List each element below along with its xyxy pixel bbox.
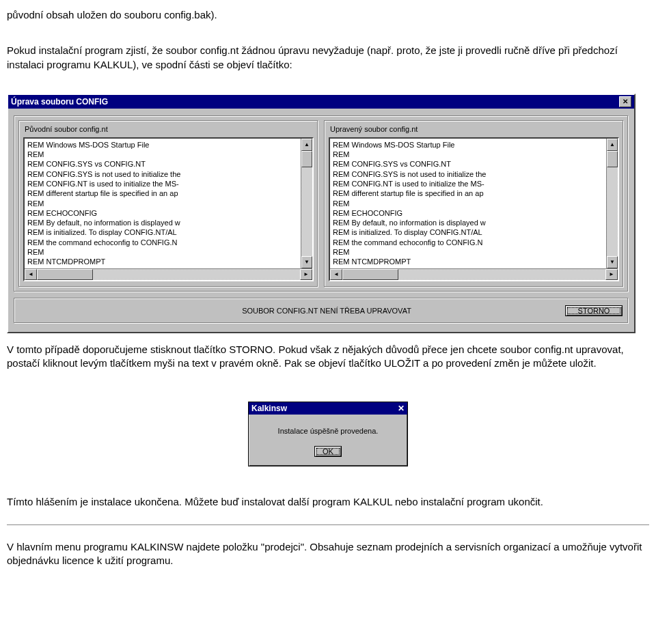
scroll-up-icon[interactable]: ▲ <box>301 139 312 151</box>
scroll-up-icon[interactable]: ▲ <box>607 139 618 151</box>
scroll-right-icon[interactable]: ► <box>605 269 618 280</box>
scroll-thumb[interactable] <box>342 269 398 280</box>
list-line: REM is initialized. To display CONFIG.NT… <box>333 227 605 237</box>
scroll-left-icon[interactable]: ◄ <box>330 269 342 280</box>
horizontal-scrollbar[interactable]: ◄ ► <box>330 268 618 280</box>
columns-group: Původní soubor config.nt REM Windows MS-… <box>14 115 629 292</box>
list-line: REM CONFIG.SYS is not used to initialize… <box>333 169 605 179</box>
list-line: REM CONFIG.NT is used to initialize the … <box>27 179 299 188</box>
list-line: REM By default, no information is displa… <box>27 218 299 227</box>
messagebox-text: Instalace úspěšně provedena. <box>249 415 407 445</box>
list-line: REM CONFIG.NT is used to initialize the … <box>333 179 605 188</box>
list-line: REM is initialized. To display CONFIG.NT… <box>27 227 299 237</box>
close-icon[interactable]: ✕ <box>619 96 631 107</box>
list-line: REM <box>333 150 605 159</box>
scroll-down-icon[interactable]: ▼ <box>607 256 618 268</box>
scroll-track[interactable] <box>398 269 605 280</box>
scroll-track[interactable] <box>93 269 300 280</box>
scroll-left-icon[interactable]: ◄ <box>25 269 37 280</box>
list-line: REM <box>333 199 605 208</box>
left-column-label: Původní soubor config.nt <box>25 125 314 133</box>
list-line: REM different startup file is specified … <box>27 188 299 198</box>
right-listbox[interactable]: REM Windows MS-DOS Startup FileREMREM CO… <box>329 137 619 281</box>
window-title: Úprava souboru CONFIG <box>11 97 108 107</box>
scroll-thumb[interactable] <box>607 151 618 167</box>
list-line: REM When vou return to the command prom <box>333 267 605 268</box>
paragraph: V hlavním menu programu KALKINSW najdete… <box>7 540 649 568</box>
list-line: REM Windows MS-DOS Startup File <box>333 140 605 150</box>
scroll-track[interactable] <box>301 167 312 256</box>
list-line: REM Windows MS-DOS Startup File <box>27 140 299 150</box>
titlebar: Úprava souboru CONFIG ✕ <box>8 95 634 109</box>
list-line: REM NTCMDPROMPT <box>333 257 605 266</box>
paragraph: Pokud instalační program zjistí, že soub… <box>7 44 649 72</box>
messagebox-titlebar: Kalkinsw ✕ <box>249 402 407 415</box>
list-line: REM different startup file is specified … <box>333 188 605 198</box>
left-column: Původní soubor config.nt REM Windows MS-… <box>18 120 318 288</box>
status-text: SOUBOR CONFIG.NT NENÍ TŘEBA UPRAVOVAT <box>20 307 565 315</box>
list-line: REM <box>27 150 299 159</box>
right-column: Upravený soubor config.nt REM Windows MS… <box>324 120 624 288</box>
paragraph: V tomto případě doporučujeme stisknout t… <box>7 343 649 371</box>
list-line: REM <box>27 247 299 257</box>
list-line: REM ECHOCONFIG <box>333 208 605 218</box>
ok-button[interactable]: OK <box>314 446 342 457</box>
config-edit-window: Úprava souboru CONFIG ✕ Původní soubor c… <box>7 94 636 333</box>
scroll-thumb[interactable] <box>37 269 93 280</box>
horizontal-scrollbar[interactable]: ◄ ► <box>25 268 312 280</box>
paragraph: Tímto hlášením je instalace ukončena. Mů… <box>7 495 649 509</box>
list-line: REM CONFIG.SYS vs CONFIG.NT <box>333 159 605 169</box>
scroll-down-icon[interactable]: ▼ <box>301 256 312 268</box>
scroll-thumb[interactable] <box>301 151 312 167</box>
messagebox-title: Kalkinsw <box>251 404 287 413</box>
list-line: REM CONFIG.SYS is not used to initialize… <box>27 169 299 179</box>
list-line: REM When vou return to the command prom <box>27 267 299 268</box>
list-line: REM <box>27 199 299 208</box>
vertical-scrollbar[interactable]: ▲ ▼ <box>606 139 618 268</box>
list-line: REM NTCMDPROMPT <box>27 257 299 266</box>
storno-button[interactable]: STORNO <box>565 305 623 316</box>
list-line: REM By default, no information is displa… <box>333 218 605 227</box>
right-column-label: Upravený soubor config.nt <box>330 125 619 133</box>
close-icon[interactable]: ✕ <box>398 404 405 413</box>
bottom-group: SOUBOR CONFIG.NT NENÍ TŘEBA UPRAVOVAT ST… <box>14 298 629 324</box>
scroll-right-icon[interactable]: ► <box>300 269 312 280</box>
list-line: REM CONFIG.SYS vs CONFIG.NT <box>27 159 299 169</box>
list-line: REM the command echoconfig to CONFIG.N <box>333 238 605 247</box>
list-line: REM ECHOCONFIG <box>27 208 299 218</box>
list-line: REM <box>333 247 605 257</box>
scroll-track[interactable] <box>607 167 618 256</box>
paragraph: původní obsah uložen do souboru config.b… <box>7 8 649 22</box>
messagebox: Kalkinsw ✕ Instalace úspěšně provedena. … <box>248 402 408 466</box>
vertical-scrollbar[interactable]: ▲ ▼ <box>301 139 312 268</box>
left-listbox[interactable]: REM Windows MS-DOS Startup FileREMREM CO… <box>23 137 314 281</box>
list-line: REM the command echoconfig to CONFIG.N <box>27 238 299 247</box>
divider <box>7 524 649 525</box>
